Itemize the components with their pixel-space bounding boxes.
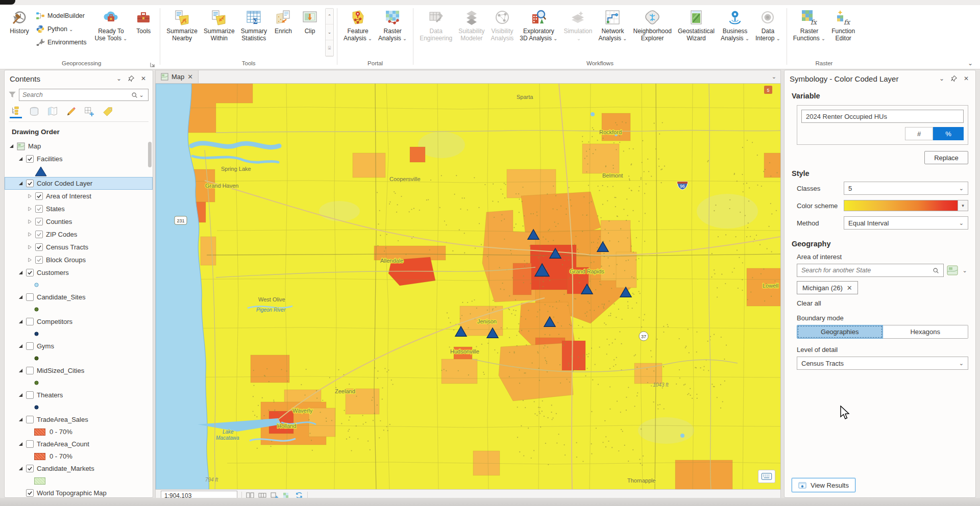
tree-expander-collapsed[interactable] [26, 218, 33, 225]
ribbon-tool-feature-analysis[interactable]: FeatureAnalysis⌄ [340, 8, 375, 43]
gallery-expand-icon[interactable]: ⍗ [326, 40, 333, 56]
layer-checkbox[interactable] [35, 231, 43, 238]
layer-item-area-of-interest[interactable]: Area of Interest [5, 190, 153, 203]
layer-item-customers[interactable]: Customers [5, 266, 153, 279]
ribbon-tool-summarize-nearby[interactable]: SummarizeNearby [163, 8, 201, 43]
triangle-symbol[interactable] [34, 166, 47, 177]
add-layout-icon[interactable] [271, 492, 279, 498]
chevron-down-icon[interactable]: ⌄ [961, 267, 968, 274]
ribbon-tool-data-interop[interactable]: DataInterop⌄ [752, 8, 783, 43]
layer-item-zip-codes[interactable]: ZIP Codes [5, 228, 153, 241]
ribbon-tool-raster-analysis[interactable]: RasterAnalysis⌄ [375, 8, 410, 43]
layer-item-candidate-markets[interactable]: Candidate_Markets [5, 462, 153, 475]
tree-expander-expanded[interactable] [17, 180, 24, 187]
ribbon-tool-summary-statistics[interactable]: ΣSummaryStatistics [238, 8, 270, 43]
layer-item-candidate-sites[interactable]: Candidate_Sites [5, 291, 153, 303]
aoi-chip-michigan[interactable]: Michigan (26) ✕ [797, 281, 858, 294]
swatch-red[interactable] [34, 453, 45, 460]
tree-expander-expanded[interactable] [17, 367, 24, 374]
layer-checkbox[interactable] [26, 391, 34, 399]
ribbon-tool-raster-functions[interactable]: fxRasterFunctions⌄ [790, 8, 828, 43]
pin-icon[interactable] [950, 74, 958, 83]
ribbon-tool-geostatistical-wizard[interactable]: GeostatisticalWizard [675, 8, 718, 43]
layer-checkbox[interactable] [35, 205, 43, 213]
layer-item-competitors[interactable]: Competitors [5, 315, 153, 328]
layer-checkbox[interactable] [26, 440, 34, 448]
layer-checkbox[interactable] [26, 318, 34, 325]
close-icon[interactable]: ✕ [962, 74, 970, 83]
color-scheme-preview[interactable] [844, 200, 958, 211]
tree-expander-collapsed[interactable] [26, 206, 33, 213]
layer-item-facilities[interactable]: Facilities [5, 153, 153, 165]
chevron-down-icon[interactable]: ⌄ [772, 73, 776, 80]
color-scheme-dropdown-button[interactable]: ▾ [958, 200, 968, 211]
layer-item-counties[interactable]: Counties [5, 215, 153, 228]
layer-item-map[interactable]: Map [5, 140, 153, 153]
labeling-tag-icon[interactable] [102, 106, 114, 118]
swatch-red[interactable] [34, 428, 45, 436]
percent-toggle-button[interactable]: % [933, 127, 964, 140]
data-source-icon[interactable] [28, 106, 40, 118]
tree-expander-collapsed[interactable] [26, 231, 33, 238]
ribbon-tool-clip[interactable]: Clip [297, 8, 323, 36]
map-feedback-button[interactable] [758, 470, 775, 483]
tree-expander-expanded[interactable] [17, 465, 24, 472]
raster-icon[interactable] [283, 492, 291, 498]
layer-checkbox[interactable] [26, 342, 34, 350]
close-icon[interactable]: ✕ [187, 73, 193, 81]
contents-scrollbar[interactable] [148, 142, 152, 167]
pick-from-map-icon[interactable] [947, 265, 958, 275]
ribbon-tool-exploratory-3d-analysis[interactable]: Exploratory3D Analysis⌄ [517, 8, 560, 43]
close-icon[interactable]: ✕ [139, 74, 148, 83]
tree-expander-collapsed[interactable] [26, 244, 33, 251]
layer-checkbox[interactable] [26, 465, 34, 472]
scroll-down-icon[interactable]: ⌄ [326, 24, 333, 40]
boundary-option-hexagons[interactable]: Hexagons [883, 325, 969, 339]
ribbon-tool-ready-to-use-tools[interactable]: Ready ToUse Tools⌄ [91, 8, 130, 43]
layer-item-gyms[interactable]: Gyms [5, 340, 153, 352]
layer-item-census-tracts[interactable]: Census Tracts [5, 241, 153, 254]
layer-checkbox[interactable] [26, 269, 34, 276]
ribbon-tool-network-analysis[interactable]: NetworkAnalysis⌄ [595, 8, 630, 43]
drawing-order-icon[interactable] [10, 106, 22, 118]
pages-icon[interactable] [246, 492, 254, 498]
ribbon-tool-python[interactable]: Python⌄ [34, 22, 88, 36]
variable-name-field[interactable]: 2024 Renter Occupied HUs [801, 110, 964, 123]
ribbon-tool-enrich[interactable]: Enrich [270, 8, 297, 36]
tree-expander-expanded[interactable] [8, 143, 15, 150]
layer-checkbox[interactable] [26, 155, 34, 163]
ribbon-tool-function-editor[interactable]: fxFunctionEditor [828, 8, 858, 43]
level-of-detail-select[interactable]: Census Tracts ⌄ [797, 357, 968, 370]
dialog-launcher-icon[interactable] [150, 61, 156, 67]
map-view-icon[interactable] [46, 106, 59, 118]
edit-pencil-icon[interactable] [65, 106, 77, 118]
grid-plus-icon[interactable] [83, 106, 95, 118]
ribbon-tool-modelbuilder[interactable]: ModelBuilder [34, 9, 88, 22]
sync-icon[interactable] [295, 492, 303, 498]
tree-expander-expanded[interactable] [17, 416, 24, 423]
map-tab[interactable]: Map ✕ [156, 70, 199, 83]
ribbon-gallery-scroll[interactable]: ⌃⌄⍗ [325, 8, 334, 57]
layer-item-color-coded-layer[interactable]: Color Coded Layer [5, 177, 153, 190]
ribbon-tool-neighborhood-explorer[interactable]: NeighborhoodExplorer [630, 8, 675, 43]
chevron-down-icon[interactable]: ⌄ [115, 74, 123, 83]
scroll-up-icon[interactable]: ⌃ [326, 9, 333, 24]
tree-expander-expanded[interactable] [17, 318, 24, 325]
layer-checkbox[interactable] [26, 416, 34, 423]
boundary-option-geographies[interactable]: Geographies [797, 325, 883, 339]
collapse-ribbon-button[interactable]: ⌄ [968, 60, 973, 67]
layer-item-theaters[interactable]: Theaters [5, 389, 153, 401]
layer-checkbox[interactable] [35, 243, 43, 251]
clear-all-link[interactable]: Clear all [797, 299, 968, 307]
layer-item-tradearea-sales[interactable]: TradeArea_Sales [5, 413, 153, 426]
tree-expander-expanded[interactable] [17, 392, 24, 399]
ribbon-tool-environments[interactable]: Environments [34, 36, 88, 49]
search-icon[interactable] [932, 267, 939, 274]
tree-expander-expanded[interactable] [17, 441, 24, 448]
swatch-green[interactable] [34, 477, 45, 485]
tree-expander-collapsed[interactable] [26, 257, 33, 264]
ribbon-tool-business-analysis[interactable]: BusinessAnalysis⌄ [718, 8, 752, 43]
grid-icon[interactable] [258, 492, 266, 498]
view-results-button[interactable]: View Results [792, 478, 855, 492]
map-scale-input[interactable] [161, 491, 237, 498]
